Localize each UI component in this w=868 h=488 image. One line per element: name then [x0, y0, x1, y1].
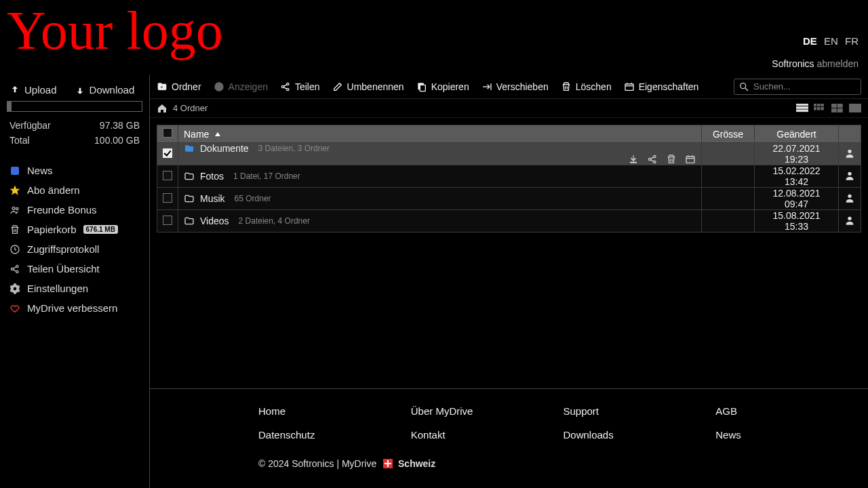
- row-checkbox-cell[interactable]: [157, 143, 178, 165]
- row-checkbox-cell[interactable]: [157, 165, 178, 188]
- row-name-cell[interactable]: Musik 65 Ordner: [178, 188, 702, 210]
- download-row-icon[interactable]: [628, 154, 639, 165]
- sidebar-item-freunde-bonus[interactable]: Freunde Bonus: [0, 200, 149, 220]
- footer-link-kontakt[interactable]: Kontakt: [411, 429, 564, 441]
- search-box[interactable]: [734, 79, 861, 95]
- table-row[interactable]: Dokumente 3 Dateien, 3 Ordner 22.07.2021…: [157, 143, 861, 165]
- sidebar-item-zugriffsprotokoll[interactable]: Zugriffsprotokoll: [0, 239, 149, 259]
- download-icon: [75, 85, 85, 96]
- svg-rect-50: [630, 162, 636, 163]
- sidebar-item-mydrive-verbessern[interactable]: MyDrive verbessern: [0, 298, 149, 318]
- header-name[interactable]: Name: [178, 125, 702, 143]
- footer-link-news[interactable]: News: [715, 429, 868, 441]
- search-input[interactable]: [753, 81, 856, 92]
- share-icon[interactable]: [647, 154, 658, 165]
- logout-link[interactable]: abmelden: [817, 58, 859, 69]
- lang-en[interactable]: EN: [824, 35, 838, 47]
- download-button[interactable]: Download: [75, 84, 135, 96]
- row-meta: 1 Datei, 17 Ordner: [233, 171, 300, 181]
- toolbar-kopieren-button[interactable]: Kopieren: [416, 81, 469, 92]
- toolbar-l-schen-button[interactable]: Löschen: [561, 81, 612, 92]
- select-all-checkbox[interactable]: [163, 128, 172, 138]
- sidebar-item-label: Zugriffsprotokoll: [27, 243, 99, 255]
- toolbar: Ordner Anzeigen Teilen Umbenennen Kopier…: [150, 75, 868, 99]
- storage-available-value: 97.38 GB: [100, 120, 140, 131]
- view-medium-grid-button[interactable]: [831, 104, 844, 113]
- row-owner-cell[interactable]: [839, 210, 861, 232]
- toolbar-teilen-button[interactable]: Teilen: [280, 81, 320, 92]
- svg-point-64: [848, 194, 851, 197]
- row-checkbox[interactable]: [163, 216, 172, 225]
- row-modified: 15.08.2021 15:33: [755, 210, 839, 232]
- view-small-grid-button[interactable]: [814, 104, 826, 113]
- row-checkbox-cell[interactable]: [157, 210, 178, 232]
- sidebar-item-label: Teilen Übersicht: [27, 263, 100, 274]
- toolbar-verschieben-button[interactable]: Verschieben: [481, 81, 549, 92]
- svg-line-34: [745, 88, 748, 91]
- svg-rect-47: [837, 108, 842, 112]
- table-row[interactable]: Fotos 1 Datei, 17 Ordner 15.02.2022 13:4…: [157, 165, 861, 188]
- row-modified: 22.07.2021 19:23: [755, 143, 839, 165]
- toolbar-umbenennen-button[interactable]: Umbenennen: [332, 81, 404, 92]
- footer-link-agb[interactable]: AGB: [715, 405, 868, 417]
- view-list-button[interactable]: [796, 104, 808, 113]
- row-checkbox[interactable]: [163, 148, 172, 158]
- row-name-cell[interactable]: Fotos 1 Datei, 17 Ordner: [178, 165, 702, 188]
- row-meta: 65 Ordner: [235, 194, 271, 203]
- svg-marker-3: [10, 186, 19, 195]
- upload-button[interactable]: Upload: [9, 84, 57, 96]
- toolbar-button-label: Kopieren: [431, 81, 469, 92]
- row-checkbox[interactable]: [163, 171, 172, 180]
- toolbar-ordner-button[interactable]: Ordner: [157, 81, 201, 92]
- view-large-button[interactable]: [849, 104, 861, 113]
- table-row[interactable]: Videos 2 Dateien, 4 Ordner 15.08.2021 15…: [157, 210, 861, 232]
- trash-icon[interactable]: [666, 154, 677, 165]
- sidebar-item-news[interactable]: News: [0, 161, 149, 180]
- row-name-cell[interactable]: Videos 2 Dateien, 4 Ordner: [178, 210, 702, 232]
- row-owner-cell[interactable]: [839, 143, 861, 165]
- sidebar-item-abo-ndern[interactable]: Abo ändern: [0, 180, 149, 200]
- row-owner-cell[interactable]: [839, 165, 861, 188]
- row-size: [702, 210, 755, 232]
- footer-link-support[interactable]: Support: [564, 405, 716, 417]
- sort-asc-icon: [214, 129, 221, 140]
- svg-point-4: [12, 207, 15, 209]
- sidebar-item-label: MyDrive verbessern: [27, 302, 117, 314]
- sidebar-item-teilen-bersicht[interactable]: Teilen Übersicht: [0, 259, 149, 279]
- props-icon[interactable]: [685, 154, 696, 165]
- sidebar-item-einstellungen[interactable]: Einstellungen: [0, 279, 149, 298]
- header-checkbox-cell[interactable]: [157, 125, 178, 143]
- footer-link-datenschutz[interactable]: Datenschutz: [258, 429, 411, 441]
- row-owner-cell[interactable]: [839, 188, 861, 210]
- play-icon: [214, 81, 224, 92]
- sidebar-item-papierkorb[interactable]: Papierkorb 676.1 MB: [0, 220, 149, 239]
- row-name-cell[interactable]: Dokumente 3 Dateien, 3 Ordner: [178, 143, 702, 165]
- toolbar-eigenschaften-button[interactable]: Eigenschaften: [624, 81, 699, 92]
- row-size: [702, 165, 755, 188]
- header-modified[interactable]: Geändert: [755, 125, 839, 143]
- row-modified: 12.08.2021 09:47: [755, 188, 839, 210]
- row-checkbox[interactable]: [163, 193, 172, 203]
- country: Schweiz: [398, 458, 435, 469]
- copy-icon: [416, 81, 427, 92]
- toolbar-anzeigen-button: Anzeigen: [214, 81, 268, 92]
- lang-fr[interactable]: FR: [845, 35, 859, 47]
- home-icon[interactable]: [157, 103, 167, 114]
- header-size-label: Grösse: [713, 129, 743, 140]
- footer-link-home[interactable]: Home: [258, 405, 411, 417]
- toolbar-button-label: Umbenennen: [347, 81, 404, 92]
- lang-de[interactable]: DE: [803, 35, 817, 47]
- table-row[interactable]: Musik 65 Ordner 12.08.2021 09:47: [157, 188, 861, 210]
- person-icon: [844, 148, 855, 159]
- row-modified: 15.02.2022 13:42: [755, 165, 839, 188]
- upload-icon: [9, 85, 20, 96]
- svg-rect-42: [817, 108, 820, 110]
- footer-link-downloads[interactable]: Downloads: [564, 429, 716, 441]
- footer-link--ber-mydrive[interactable]: Über MyDrive: [411, 405, 564, 417]
- svg-line-54: [650, 157, 654, 159]
- header-size[interactable]: Grösse: [702, 125, 755, 143]
- download-label: Download: [90, 84, 135, 96]
- row-checkbox-cell[interactable]: [157, 188, 178, 210]
- heart-icon: [9, 303, 20, 314]
- svg-point-63: [848, 171, 851, 175]
